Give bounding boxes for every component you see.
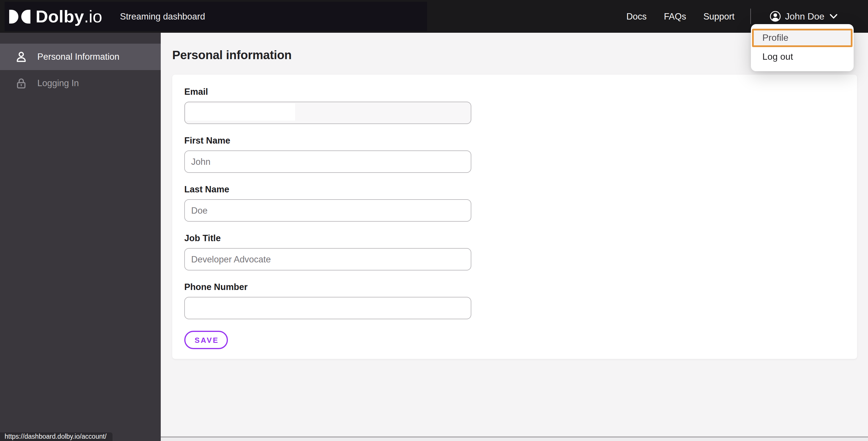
dolby-double-d-icon [9,9,30,23]
brand-name: Dolby [36,7,84,26]
person-icon [15,51,28,63]
job-title-label: Job Title [184,233,471,243]
bottom-strip [161,438,868,441]
phone-number-label: Phone Number [184,282,471,292]
job-title-field-group: Job Title [184,233,471,270]
phone-number-input[interactable] [184,297,471,319]
dolby-streaming-dashboard: Dolby.io Streaming dashboard Docs FAQs S… [0,0,868,441]
first-name-label: First Name [184,136,471,146]
phone-number-field-group: Phone Number [184,282,471,319]
lock-icon [15,77,28,90]
app-title: Streaming dashboard [120,0,205,33]
main-content: Personal information Email First Name La… [161,33,868,441]
sidebar-item-label: Logging In [37,78,79,88]
brand-text: Dolby.io [36,7,102,26]
link-preview-tooltip: https://dashboard.dolby.io/account/ [0,432,112,441]
email-input[interactable] [184,101,471,124]
last-name-input[interactable] [184,199,471,222]
first-name-field-group: First Name [184,136,471,173]
save-button[interactable]: SAVE [184,331,228,349]
sidebar-item-label: Personal Information [37,52,119,62]
brand-suffix: .io [84,7,102,26]
menu-item-log-out[interactable]: Log out [751,48,854,65]
email-field-group: Email [184,87,471,124]
dolby-io-logo[interactable]: Dolby.io [9,0,102,33]
email-label: Email [184,87,471,97]
menu-item-profile[interactable]: Profile [752,29,852,47]
user-circle-icon [770,11,780,22]
sidebar-item-personal-information[interactable]: Personal Information [0,43,161,70]
last-name-field-group: Last Name [184,184,471,222]
first-name-input[interactable] [184,150,471,173]
sidebar: Personal Information Logging In [0,33,161,441]
last-name-label: Last Name [184,184,471,195]
personal-information-card: Email First Name Last Name Job Title Pho… [172,75,857,359]
user-menu-trigger[interactable]: John Doe [770,11,838,22]
sidebar-item-logging-in[interactable]: Logging In [0,70,161,96]
page-title: Personal information [172,48,291,62]
nav-link-faqs[interactable]: FAQs [664,11,686,22]
nav-link-docs[interactable]: Docs [626,11,647,22]
header-divider [750,9,751,24]
nav-link-support[interactable]: Support [703,11,735,22]
user-dropdown-menu: Profile Log out [751,24,854,71]
top-navigation-bar: Dolby.io Streaming dashboard Docs FAQs S… [0,0,868,33]
job-title-input[interactable] [184,248,471,270]
user-name: John Doe [785,11,825,22]
chevron-down-icon [830,14,838,19]
